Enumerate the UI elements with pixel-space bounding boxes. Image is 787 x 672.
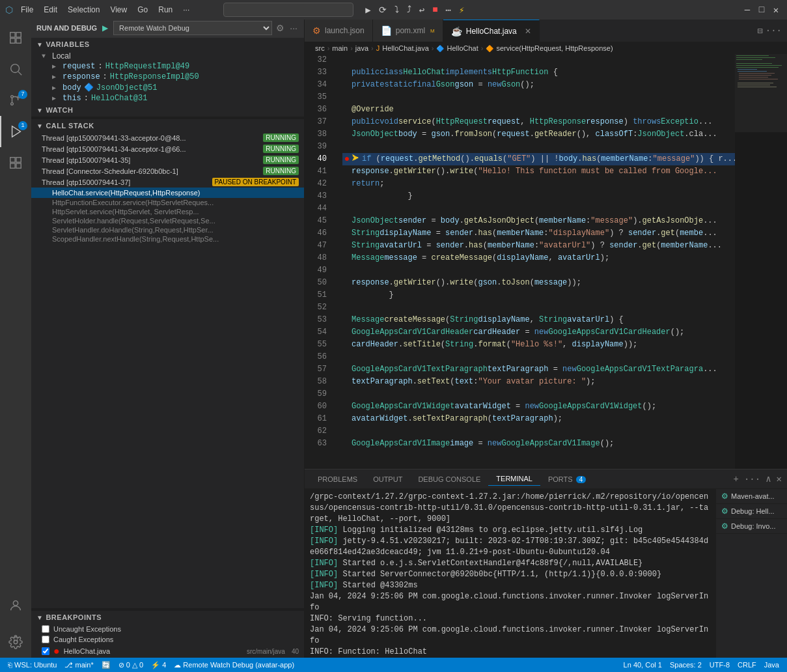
debug-start-btn[interactable]: ▶ (100, 22, 111, 34)
ln-58: 58 (305, 376, 332, 388)
status-position[interactable]: Ln 40, Col 1 (621, 661, 665, 669)
menu-bar: File Edit Selection View Go Run ··· (17, 4, 193, 16)
activity-explorer[interactable] (0, 22, 31, 53)
var-body[interactable]: ▶ body 🔷 JsonObject@51 (31, 82, 304, 93)
activity-source-control[interactable]: 7 (0, 85, 31, 116)
bc-method[interactable]: service(HttpRequest, HttpResponse) (496, 44, 613, 52)
split-editor-btn[interactable]: ⊟ (757, 25, 762, 36)
status-wsl[interactable]: ⎗ WSL: Ubuntu (5, 661, 59, 669)
status-encoding[interactable]: UTF-8 (707, 661, 732, 669)
menu-go[interactable]: Go (133, 4, 152, 16)
bc-src[interactable]: src (315, 44, 325, 52)
local-label: Local (52, 51, 71, 61)
var-this[interactable]: ▶ this : HelloChat@31 (31, 93, 304, 104)
status-eol[interactable]: CRLF (735, 661, 759, 669)
tab-problems[interactable]: PROBLEMS (310, 473, 365, 486)
tab-output[interactable]: OUTPUT (365, 473, 410, 486)
tab-hellochat-close[interactable]: ✕ (525, 27, 531, 36)
ln-61: 61 (305, 413, 332, 425)
method-2[interactable]: HttpFunctionExecutor.service(HttpServlet… (31, 198, 304, 207)
window-minimize-btn[interactable]: — (741, 4, 753, 16)
activity-search[interactable] (0, 53, 31, 85)
thread-3[interactable]: Thread [qtp1500079441-35] RUNNING (31, 154, 304, 165)
bp-hellchat[interactable]: ● HelloChat.java src/main/java 40 (31, 645, 304, 658)
window-maximize-btn[interactable]: □ (756, 4, 767, 16)
bp-hellchat-checkbox[interactable] (42, 647, 49, 655)
debug-more-btn[interactable]: ··· (288, 21, 299, 35)
bp-caught[interactable]: Caught Exceptions (31, 634, 304, 645)
menu-view[interactable]: View (106, 4, 131, 16)
method-4[interactable]: ServletHolder.handle(Request,ServletRequ… (31, 216, 304, 225)
watch-header[interactable]: ▼ WATCH (31, 104, 304, 117)
breakpoints-header[interactable]: ▼ BREAKPOINTS (31, 611, 304, 624)
method-3[interactable]: HttpServlet.service(HttpServlet, Servlet… (31, 207, 304, 216)
status-spaces[interactable]: Spaces: 2 (667, 661, 704, 669)
debug-stop-btn[interactable]: ■ (430, 3, 440, 16)
debug-restart-btn[interactable]: ↩ (417, 3, 427, 17)
var-request[interactable]: ▶ request : HttpRequestImpl@49 (31, 61, 304, 72)
tab-debug-console[interactable]: DEBUG CONSOLE (410, 473, 488, 486)
minimap[interactable] (735, 54, 787, 469)
tab-hellochat-java[interactable]: ☕ HelloChat.java ✕ (443, 20, 540, 42)
debug-breakpoints-btn[interactable]: ⋯ (443, 3, 454, 17)
title-bar-search[interactable] (223, 3, 353, 17)
right-panel-debug2[interactable]: ⚙ Debug: Invo... (716, 519, 787, 534)
tab-launch-json[interactable]: ⚙ launch.json (305, 20, 373, 42)
more-panel-btn[interactable]: ··· (744, 474, 760, 484)
menu-selection[interactable]: Selection (64, 4, 104, 16)
more-actions-btn[interactable]: ··· (766, 25, 782, 36)
debug-config-select[interactable]: Remote Watch Debug (113, 21, 272, 35)
method-1[interactable]: HelloChat.service(HttpRequest,HttpRespon… (31, 188, 304, 198)
bc-java[interactable]: java (355, 44, 368, 52)
activity-extensions[interactable] (0, 147, 31, 178)
status-branch[interactable]: ⎇ main* (62, 661, 96, 669)
status-errors[interactable]: ⊘ 0 △ 0 (116, 661, 146, 669)
var-response-value: HttpResponseImpl@50 (110, 72, 199, 81)
status-sync[interactable]: 🔄 (99, 661, 113, 669)
call-stack-header[interactable]: ▼ CALL STACK (31, 119, 304, 132)
window-close-btn[interactable]: ✕ (770, 4, 782, 16)
terminal-content[interactable]: /grpc-context/1.27.2/grpc-context-1.27.2… (305, 489, 715, 658)
bc-class[interactable]: HelloChat (447, 44, 478, 52)
code-content[interactable]: public class HelloChat implements HttpFu… (337, 54, 735, 469)
debug-lightning-btn[interactable]: ⚡ (456, 3, 467, 17)
bc-main[interactable]: main (332, 44, 348, 52)
bp-uncaught[interactable]: Uncaught Exceptions (31, 624, 304, 634)
activity-debug[interactable]: 1 (0, 116, 31, 147)
status-ports[interactable]: ⚡ 4 (148, 661, 169, 669)
var-response[interactable]: ▶ response : HttpResponseImpl@50 (31, 72, 304, 82)
local-group[interactable]: ▼ Local (31, 51, 304, 61)
method-5[interactable]: ServletHandler.doHandle(String,Request,H… (31, 225, 304, 234)
variables-header[interactable]: ▼ VARIABLES (31, 38, 304, 51)
debug-continue-btn[interactable]: ▶ (363, 3, 373, 17)
menu-file[interactable]: File (17, 4, 37, 16)
code-editor[interactable]: 32 33 34 35 36 37 38 39 40 41 42 43 44 4… (305, 54, 787, 469)
thread-1[interactable]: Thread [qtp1500079441-33-acceptor-0@48..… (31, 132, 304, 143)
activity-account[interactable] (0, 590, 31, 621)
tab-terminal[interactable]: TERMINAL (488, 472, 540, 486)
bp-uncaught-checkbox[interactable] (42, 625, 49, 633)
thread-5[interactable]: Thread [qtp1500079441-37] PAUSED ON BREA… (31, 176, 304, 188)
status-language[interactable]: Java (762, 661, 782, 669)
status-debug-session[interactable]: ☁ Remote Watch Debug (avatar-app) (171, 661, 297, 669)
thread-2[interactable]: Thread [qtp1500079441-34-acceptor-1@66..… (31, 143, 304, 154)
debug-step-out-btn[interactable]: ⤴ (404, 3, 414, 16)
debug-step-over-btn[interactable]: ⟳ (376, 3, 389, 17)
menu-more[interactable]: ··· (179, 4, 193, 16)
bp-caught-checkbox[interactable] (42, 636, 49, 643)
debug-step-into-btn[interactable]: ⤵ (392, 3, 402, 16)
new-terminal-btn[interactable]: + (734, 474, 739, 484)
menu-edit[interactable]: Edit (40, 4, 61, 16)
method-6[interactable]: ScopedHandler.nextHandle(String,Request,… (31, 234, 304, 244)
close-panel-btn[interactable]: ✕ (777, 473, 782, 484)
bc-file[interactable]: HelloChat.java (382, 44, 429, 52)
debug-settings-btn[interactable]: ⚙ (275, 21, 286, 35)
activity-settings[interactable] (0, 626, 31, 658)
tab-ports[interactable]: PORTS 4 (540, 473, 594, 486)
thread-4[interactable]: Thread [Connector-Scheduler-6920b0bc-1] … (31, 165, 304, 176)
right-panel-debug1[interactable]: ⚙ Debug: Hell... (716, 504, 787, 519)
right-panel-maven[interactable]: ⚙ Maven-avat... (716, 489, 787, 504)
menu-run[interactable]: Run (154, 4, 176, 16)
maximize-panel-btn[interactable]: ∧ (766, 473, 771, 484)
tab-pom-xml[interactable]: 📄 pom.xml M (373, 20, 443, 42)
